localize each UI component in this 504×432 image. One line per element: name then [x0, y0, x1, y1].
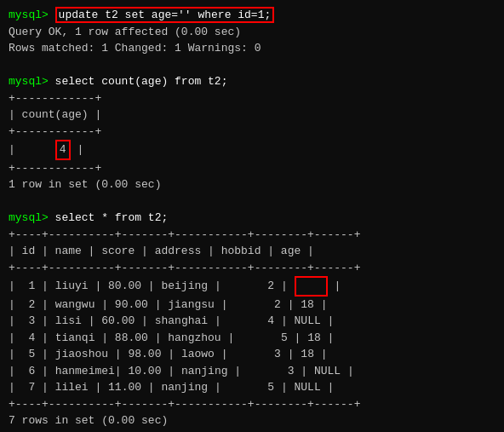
blank-2 [9, 193, 495, 210]
line-5: mysql> select count(age) from t2; [9, 73, 495, 90]
cell-score: 10.00 [128, 365, 161, 377]
row-count: 7 rows in set (0.00 sec) [9, 412, 495, 429]
terminal: mysql> update t2 set age='' where id=1; … [9, 7, 495, 432]
count-row: | 4 | [9, 140, 495, 160]
line-8: +------------+ [9, 124, 495, 141]
prompt-3: mysql> [9, 211, 55, 224]
line-7: | count(age) | [9, 107, 495, 124]
cell-address: nanjing [161, 381, 208, 394]
cell-age: 18 [301, 348, 314, 360]
cell-age: 18 [301, 298, 314, 311]
cell-id: 4 [28, 331, 35, 344]
count-value: 4 [55, 140, 71, 160]
cell-score: 11.00 [108, 381, 141, 394]
cell-id: 6 [28, 365, 35, 377]
cell-name: lisi [55, 314, 82, 327]
cell-address: shanghai [155, 314, 208, 327]
cell-hobbid: 5 [281, 331, 288, 344]
table-row-5: | 5 | jiaoshou | 98.00 | laowo | 3 | 18 … [9, 346, 495, 363]
table-row-4: | 4 | tianqi | 88.00 | hangzhou | 5 | 18… [9, 330, 495, 347]
line-11: 1 row in set (0.00 sec) [9, 176, 495, 193]
table-header: | id | name | score | address | hobbid |… [9, 243, 495, 260]
table-row-3: | 3 | lisi | 60.00 | shanghai | 4 | NULL… [9, 313, 495, 330]
cell-age: NULL [295, 381, 321, 394]
cell-age: NULL [314, 365, 341, 377]
cell-score: 60.00 [101, 314, 135, 327]
line-2: Query OK, 1 row affected (0.00 sec) [9, 24, 495, 41]
cell-age-highlight [295, 276, 328, 297]
table-row-6: | 6 | hanmeimei| 10.00 | nanjing | 3 | N… [9, 363, 495, 380]
cell-hobbid: 5 [267, 381, 274, 394]
cell-address: nanjing [181, 365, 228, 377]
blank-1 [9, 57, 495, 74]
cell-hobbid: 2 [274, 298, 281, 311]
cell-id: 7 [28, 381, 35, 394]
cell-name: hanmeimei [55, 365, 115, 377]
cell-score: 88.00 [115, 331, 148, 344]
line-3: Rows matched: 1 Changed: 1 Warnings: 0 [9, 40, 495, 57]
cell-hobbid: 3 [274, 348, 281, 360]
prompt: mysql> [9, 9, 55, 21]
cell-id: 2 [28, 298, 35, 311]
cell-hobbid: 4 [267, 314, 274, 327]
line-1: mysql> update t2 set age='' where id=1; [9, 7, 495, 24]
table-border-top: +----+----------+-------+-----------+---… [9, 227, 495, 244]
cell-name: liuyi [55, 279, 89, 292]
cell-age: 18 [307, 331, 321, 344]
table-row-1: | 1 | liuyi | 80.00 | beijing | 2 | | [9, 276, 495, 297]
cell-address: hangzhou [168, 331, 220, 344]
cell-address: jiangsu [168, 298, 215, 311]
table-row-7: | 7 | lilei | 11.00 | nanjing | 5 | NULL… [9, 379, 495, 396]
table-border-bottom: +----+----------+-------+-----------+---… [9, 396, 495, 413]
cell-id: 3 [28, 314, 35, 327]
cell-score: 80.00 [108, 279, 141, 292]
cell-id: 5 [28, 348, 35, 360]
line-10: +------------+ [9, 160, 495, 177]
cell-id: 1 [28, 279, 35, 292]
line-13: mysql> select * from t2; [9, 210, 495, 227]
cell-name: lilei [55, 381, 89, 394]
cell-name: jiaoshou [55, 348, 108, 360]
prompt-2: mysql> [9, 75, 55, 88]
cell-hobbid: 2 [267, 279, 274, 292]
cell-address: laowo [181, 348, 215, 360]
cmd-2: select count(age) from t2; [55, 75, 228, 88]
table-border-mid: +----+----------+-------+-----------+---… [9, 260, 495, 277]
cell-hobbid: 3 [288, 365, 295, 377]
cell-name: tianqi [55, 331, 95, 344]
command-highlight: update t2 set age='' where id=1; [55, 7, 275, 23]
cmd-3: select * from t2; [55, 211, 169, 224]
cell-name: wangwu [55, 298, 95, 311]
cell-address: beijing [161, 279, 208, 292]
table-row-2: | 2 | wangwu | 90.00 | jiangsu | 2 | 18 … [9, 297, 495, 314]
cell-age: NULL [295, 314, 321, 327]
cell-score: 98.00 [128, 348, 161, 360]
cell-score: 90.00 [115, 298, 148, 311]
line-6: +------------+ [9, 90, 495, 107]
